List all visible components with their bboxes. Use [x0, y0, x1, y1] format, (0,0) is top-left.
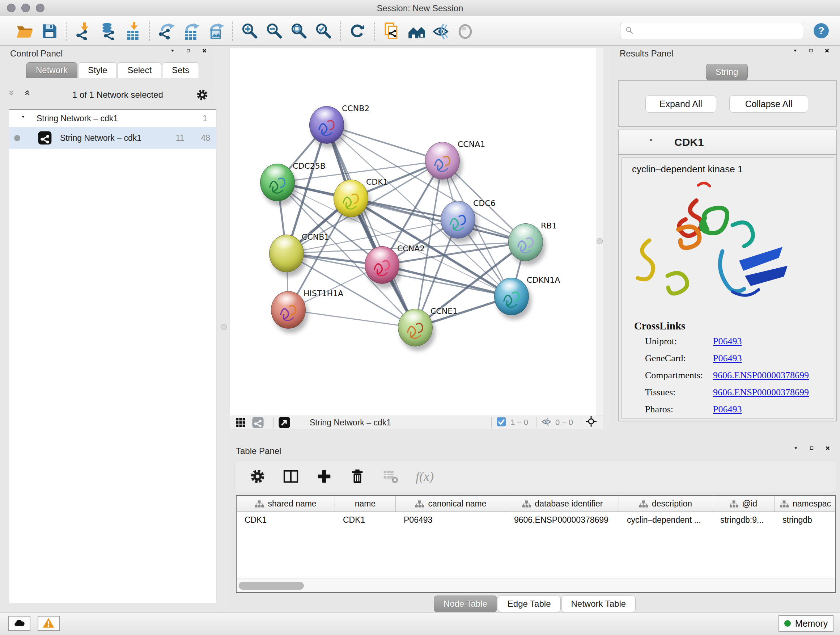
network-list-header: 1 of 1 Network selected — [0, 81, 217, 109]
help-button[interactable]: ? — [813, 22, 830, 40]
string-view-icon[interactable] — [252, 416, 264, 429]
network-row-selected[interactable]: String Network – cdk1 11 48 — [9, 127, 216, 149]
panel-close-icon[interactable] — [826, 446, 834, 456]
search-input[interactable] — [635, 24, 798, 38]
import-database-button[interactable] — [98, 21, 118, 41]
tab-node-table[interactable]: Node Table — [434, 595, 497, 612]
panel-float-icon[interactable] — [171, 49, 179, 59]
apply-layout-button[interactable] — [347, 21, 368, 41]
protein-section-header[interactable]: CDK1 — [619, 130, 836, 155]
panel-float-icon[interactable] — [793, 49, 802, 59]
column-header-name[interactable]: name — [335, 496, 396, 511]
collapse-all-icon[interactable] — [8, 89, 19, 100]
tab-sets[interactable]: Sets — [162, 62, 199, 78]
column-header-namespac[interactable]: namespac — [775, 496, 836, 511]
crosslink-link[interactable]: 9606.ENSP00000378699 — [713, 370, 809, 381]
memory-button[interactable]: Memory — [778, 615, 834, 632]
network-node-ccnb1[interactable] — [269, 234, 304, 272]
table-cell[interactable]: P06493 — [396, 512, 506, 528]
table-options-gear-icon[interactable] — [249, 468, 266, 485]
zoom-selected-button[interactable] — [313, 21, 333, 41]
selected-checkbox-icon[interactable] — [496, 416, 507, 429]
import-table-button[interactable] — [122, 21, 142, 41]
open-session-button[interactable] — [14, 21, 35, 41]
panel-splitter-vertical[interactable] — [596, 48, 603, 416]
delete-column-icon[interactable] — [349, 468, 366, 485]
warning-icon — [42, 617, 55, 630]
table-row[interactable]: CDK1CDK1P064939606.ENSP00000378699cyclin… — [237, 512, 835, 528]
export-network-button[interactable] — [156, 21, 177, 41]
tab-style[interactable]: Style — [78, 62, 117, 78]
crosslink-link[interactable]: P06493 — [713, 404, 742, 415]
network-node-cdkn1a[interactable] — [494, 278, 529, 315]
splitter-grip[interactable] — [221, 324, 227, 330]
panel-maximize-icon[interactable] — [186, 49, 195, 59]
fit-content-icon[interactable] — [586, 416, 599, 429]
import-network-button[interactable] — [73, 21, 93, 41]
network-node-cdc6[interactable] — [441, 201, 475, 239]
network-edge[interactable] — [327, 125, 442, 161]
detach-view-icon[interactable] — [278, 416, 291, 429]
export-table-button[interactable] — [181, 21, 201, 41]
section-collapse-icon[interactable] — [649, 138, 657, 146]
table-cell[interactable]: 9606.ENSP00000378699 — [506, 512, 619, 528]
crosslink-link[interactable]: 9606.ENSP00000378699 — [713, 387, 809, 398]
search-box[interactable] — [620, 23, 803, 39]
column-header-description[interactable]: description — [619, 496, 712, 511]
tab-select[interactable]: Select — [118, 62, 161, 78]
network-options-gear-icon[interactable] — [196, 88, 209, 101]
clone-network-button[interactable] — [381, 21, 401, 41]
table-cell[interactable]: stringdb:9... — [712, 512, 775, 528]
table-cell[interactable]: CDK1 — [237, 512, 335, 528]
hide-selected-button[interactable] — [431, 21, 451, 41]
show-columns-icon[interactable] — [283, 468, 299, 485]
panel-float-icon[interactable] — [794, 446, 802, 456]
network-edge[interactable] — [288, 310, 415, 328]
zoom-out-button[interactable] — [264, 21, 284, 41]
column-header--id[interactable]: @id — [712, 496, 775, 511]
column-header-database-identifier[interactable]: database identifier — [506, 496, 619, 511]
table-cell[interactable]: cyclin–dependent ... — [619, 512, 712, 528]
first-neighbors-button[interactable] — [406, 21, 426, 41]
splitter-grip[interactable] — [597, 238, 603, 244]
export-image-button[interactable] — [205, 21, 226, 41]
tab-edge-table[interactable]: Edge Table — [498, 595, 561, 612]
network-node-cdk1[interactable] — [333, 180, 368, 217]
node-table[interactable]: shared namenamecanonical namedatabase id… — [236, 495, 836, 593]
save-session-button[interactable] — [39, 21, 59, 41]
panel-maximize-icon[interactable] — [810, 446, 818, 456]
network-node-ccne1[interactable] — [398, 309, 433, 347]
network-collection-row[interactable]: String Network – cdk1 1 — [9, 110, 216, 127]
crosslink-link[interactable]: P06493 — [713, 353, 742, 364]
network-node-cdc25b[interactable] — [260, 164, 295, 201]
add-column-icon[interactable] — [316, 468, 332, 485]
network-node-rb1[interactable] — [508, 223, 543, 261]
expand-all-icon[interactable] — [24, 89, 35, 100]
tab-string[interactable]: String — [706, 64, 748, 80]
zoom-in-button[interactable] — [240, 21, 260, 41]
crosslink-link[interactable]: P06493 — [713, 336, 742, 347]
table-cell[interactable]: CDK1 — [335, 512, 396, 528]
table-cell[interactable]: stringdb — [775, 512, 836, 528]
network-node-hist1h1a[interactable] — [271, 291, 306, 329]
table-horizontal-scrollbar[interactable] — [237, 578, 835, 592]
zoom-fit-button[interactable] — [289, 21, 309, 41]
panel-close-icon[interactable] — [825, 49, 834, 59]
network-node-ccna1[interactable] — [425, 142, 460, 180]
column-header-canonical-name[interactable]: canonical name — [396, 496, 506, 511]
network-canvas[interactable]: CCNB2 CCNA1 CDC25B CDK1 CDC6 RB1CCNB1 CC… — [230, 48, 596, 416]
panel-maximize-icon[interactable] — [809, 49, 818, 59]
tab-network[interactable]: Network — [26, 62, 77, 78]
cloud-status-button[interactable] — [8, 616, 30, 631]
warnings-button[interactable] — [38, 616, 60, 631]
collapse-all-button[interactable]: Collapse All — [729, 95, 808, 112]
scrollbar-thumb[interactable] — [239, 582, 304, 590]
expand-all-button[interactable]: Expand All — [645, 95, 716, 112]
collection-expand-icon[interactable] — [21, 115, 28, 122]
tab-network-table[interactable]: Network Table — [561, 595, 636, 612]
network-node-ccna2[interactable] — [365, 246, 399, 284]
panel-close-icon[interactable] — [202, 49, 211, 59]
grid-view-icon[interactable] — [234, 416, 247, 429]
column-header-shared-name[interactable]: shared name — [237, 496, 335, 511]
network-node-ccnb2[interactable] — [309, 106, 344, 144]
